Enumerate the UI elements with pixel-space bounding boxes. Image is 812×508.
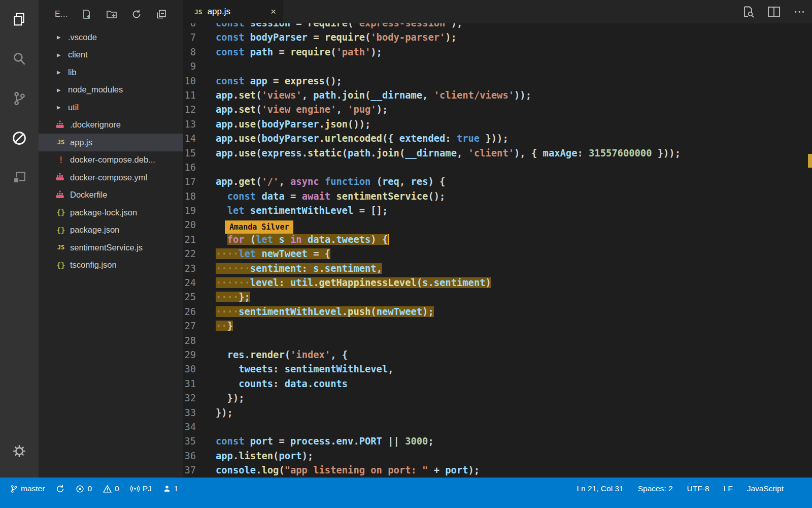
file-label: lib <box>68 68 77 77</box>
js-file-icon: JS <box>55 243 67 252</box>
code-line-33[interactable]: 33}); <box>183 406 812 420</box>
file-item-package-json[interactable]: {}package.json <box>39 221 183 239</box>
file-item-sentimentservice-js[interactable]: JSsentimentService.js <box>39 239 183 257</box>
folder-item-util[interactable]: ▸util <box>39 99 183 116</box>
code-line-18[interactable]: 18 const data = await sentimentService()… <box>183 189 812 204</box>
code-line-37[interactable]: 37console.log("app listening on port: " … <box>183 463 812 478</box>
cursor-position-item[interactable]: Ln 21, Col 31 <box>577 484 623 493</box>
line-number: 28 <box>183 334 216 348</box>
code-line-14[interactable]: 14app.use(bodyParser.urlencoded({ extend… <box>183 132 812 146</box>
line-number: 25 <box>183 290 216 304</box>
activity-bar <box>0 0 39 478</box>
new-folder-icon[interactable] <box>106 9 117 20</box>
errors-status-item[interactable]: 0 <box>76 484 92 493</box>
explorer-icon[interactable] <box>6 6 32 33</box>
json-file-icon: {} <box>55 261 67 270</box>
code-line-19[interactable]: 19 let sentimentWithLevel = []; <box>183 204 812 218</box>
line-number: 37 <box>183 463 216 478</box>
code-line-32[interactable]: 32 }); <box>183 391 812 405</box>
chevron-right-icon: ▸ <box>57 50 67 59</box>
code-line-28[interactable]: 28 <box>183 334 812 348</box>
code-line-10[interactable]: 10const app = express(); <box>183 74 812 88</box>
line-number: 34 <box>183 420 216 434</box>
source-control-icon[interactable] <box>6 85 32 112</box>
tab-app-js[interactable]: JS app.js × <box>183 0 283 23</box>
search-icon[interactable] <box>6 46 32 72</box>
sync-status-item[interactable] <box>56 485 64 493</box>
file-search-icon[interactable] <box>742 5 755 18</box>
code-line-30[interactable]: 30 tweets: sentimentWithLevel, <box>183 362 812 376</box>
code-line-20[interactable]: 20Amanda Silver <box>183 218 812 232</box>
encoding-item[interactable]: UTF-8 <box>687 484 709 493</box>
line-number: 30 <box>183 362 216 376</box>
collab-cursor-label: Amanda Silver <box>225 220 293 234</box>
eol-item[interactable]: LF <box>724 484 733 493</box>
code-line-26[interactable]: 26····sentimentWithLevel.push(newTweet); <box>183 305 812 319</box>
participants-status-item[interactable]: 1 <box>163 484 179 493</box>
code-line-17[interactable]: 17app.get('/', async function (req, res)… <box>183 175 812 189</box>
code-line-12[interactable]: 12app.set('view engine', 'pug'); <box>183 103 812 117</box>
split-editor-icon[interactable] <box>767 5 781 18</box>
branch-name: master <box>21 484 45 493</box>
code-line-27[interactable]: 27··} <box>183 319 812 333</box>
chevron-right-icon: ▸ <box>57 68 67 77</box>
more-actions-icon[interactable]: ⋯ <box>793 5 806 18</box>
code-editor[interactable]: 6const session = require('express-sessio… <box>183 23 812 478</box>
file-label: app.js <box>70 138 92 147</box>
code-line-13[interactable]: 13app.use(bodyParser.json()); <box>183 117 812 132</box>
code-line-21[interactable]: 21 for (let s in data.tweets) { <box>183 233 812 247</box>
line-number: 20 <box>183 218 216 232</box>
file-item-package-lock-json[interactable]: {}package-lock.json <box>39 204 183 221</box>
file-label: sentimentService.js <box>70 243 143 252</box>
line-number: 21 <box>183 233 216 247</box>
code-line-22[interactable]: 22····let newTweet = { <box>183 247 812 261</box>
new-file-icon[interactable] <box>81 9 92 20</box>
file-item-dockerfile[interactable]: Dockerfile <box>39 186 183 204</box>
extensions-icon[interactable] <box>6 165 32 191</box>
indentation-item[interactable]: Spaces: 2 <box>638 484 673 493</box>
code-line-15[interactable]: 15app.use(express.static(path.join(__dir… <box>183 146 812 161</box>
file-item--dockerignore[interactable]: .dockerignore <box>39 116 183 134</box>
code-line-25[interactable]: 25····}; <box>183 290 812 304</box>
file-item-tsconfig-json[interactable]: {}tsconfig.json <box>39 257 183 274</box>
collapse-all-icon[interactable] <box>156 9 167 20</box>
folder-item-lib[interactable]: ▸lib <box>39 64 183 81</box>
chevron-right-icon: ▸ <box>57 103 67 112</box>
line-number: 11 <box>183 88 216 103</box>
code-line-31[interactable]: 31 counts: data.counts <box>183 377 812 391</box>
settings-gear-icon[interactable] <box>6 438 32 464</box>
code-line-24[interactable]: 24······level: util.getHappinessLevel(s.… <box>183 276 812 290</box>
file-label: .vscode <box>68 33 97 42</box>
line-number: 10 <box>183 74 216 88</box>
code-line-23[interactable]: 23······sentiment: s.sentiment, <box>183 262 812 276</box>
line-number: 31 <box>183 377 216 391</box>
warnings-status-item[interactable]: 0 <box>103 484 119 493</box>
code-line-8[interactable]: 8const path = require('path'); <box>183 45 812 59</box>
code-line-11[interactable]: 11app.set('views', path.join(__dirname, … <box>183 88 812 103</box>
file-item-docker-compose-deb-[interactable]: !docker-compose.deb... <box>39 151 183 169</box>
language-mode-item[interactable]: JavaScript <box>747 484 784 493</box>
code-line-36[interactable]: 36app.listen(port); <box>183 449 812 463</box>
code-line-34[interactable]: 34 <box>183 420 812 434</box>
file-item-app-js[interactable]: JSapp.js <box>39 134 183 151</box>
folder-item-client[interactable]: ▸client <box>39 46 183 64</box>
docker-file-icon <box>55 120 67 130</box>
file-item-docker-compose-yml[interactable]: docker-compose.yml <box>39 169 183 186</box>
folder-item-node-modules[interactable]: ▸node_modules <box>39 81 183 99</box>
line-number: 13 <box>183 117 216 132</box>
folder-item--vscode[interactable]: ▸.vscode <box>39 28 183 46</box>
refresh-icon[interactable] <box>131 9 142 20</box>
file-label: util <box>68 103 79 112</box>
code-line-16[interactable]: 16 <box>183 161 812 175</box>
code-line-29[interactable]: 29 res.render('index', { <box>183 348 812 362</box>
code-line-35[interactable]: 35const port = process.env.PORT || 3000; <box>183 434 812 449</box>
live-share-status-item[interactable]: PJ <box>130 484 152 493</box>
code-line-6[interactable]: 6const session = require('express-sessio… <box>183 23 812 30</box>
code-line-9[interactable]: 9 <box>183 59 812 74</box>
branch-status-item[interactable]: master <box>10 484 45 493</box>
line-number: 18 <box>183 189 216 204</box>
live-share-session: PJ <box>143 484 152 493</box>
debug-icon[interactable] <box>6 125 32 151</box>
code-line-7[interactable]: 7const bodyParser = require('body-parser… <box>183 30 812 45</box>
tab-close-icon[interactable]: × <box>270 6 276 17</box>
